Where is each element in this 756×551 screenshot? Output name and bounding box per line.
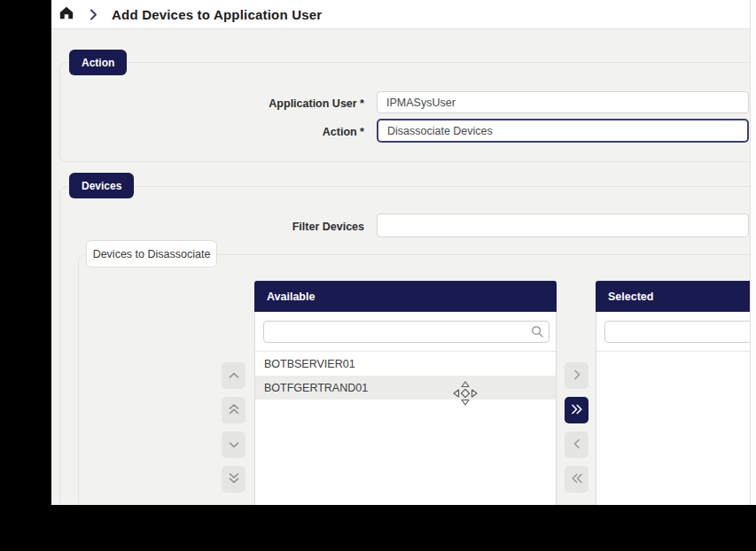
available-search [263, 321, 549, 343]
move-left-button[interactable] [565, 431, 588, 458]
selected-panel [596, 312, 756, 505]
filter-devices-input[interactable] [377, 213, 749, 237]
action-input[interactable] [377, 119, 749, 143]
action-section-badge: Action [69, 50, 127, 75]
breadcrumb: Add Devices to Application User [51, 0, 756, 29]
chevron-down-icon [228, 438, 240, 452]
chevron-left-icon [573, 438, 581, 453]
move-all-right-button[interactable] [565, 397, 588, 423]
application-user-input[interactable] [377, 91, 749, 113]
filter-devices-label: Filter Devices [59, 221, 364, 233]
double-chevron-up-icon [228, 403, 240, 418]
page-title: Add Devices to Application User [105, 7, 322, 22]
devices-section-badge: Devices [69, 173, 134, 198]
available-list: BOTBSERVIER01 BOTFGERTRAND01 [255, 351, 556, 505]
action-label: Action * [59, 126, 364, 138]
chevron-up-icon [228, 369, 240, 383]
double-chevron-down-icon [228, 472, 240, 487]
magnifier-icon [526, 325, 549, 338]
selected-list [596, 351, 756, 505]
available-panel-header: Available [254, 281, 557, 312]
move-all-left-button[interactable] [565, 466, 588, 493]
chevron-right-icon [573, 369, 581, 384]
move-cursor-icon [450, 378, 480, 412]
selected-search-input[interactable] [605, 322, 756, 342]
double-chevron-left-icon [571, 472, 583, 487]
move-bottom-button[interactable] [222, 466, 246, 493]
move-top-button[interactable] [222, 397, 246, 423]
home-button[interactable] [51, 0, 82, 29]
selected-panel-header: Selected [596, 281, 756, 312]
double-chevron-right-icon [571, 403, 583, 418]
application-user-label: Application User * [59, 97, 364, 110]
available-panel: BOTBSERVIER01 BOTFGERTRAND01 [254, 312, 557, 505]
list-item[interactable]: BOTBSERVIER01 [255, 352, 556, 376]
move-down-button[interactable] [222, 431, 246, 458]
list-item[interactable]: BOTFGERTRAND01 [255, 376, 556, 400]
app-window: Add Devices to Application User Action A… [51, 0, 756, 505]
video-letterbox: Add Devices to Application User Action A… [0, 0, 756, 551]
home-icon [58, 5, 74, 24]
selected-search [604, 321, 756, 343]
devices-to-disassociate-label: Devices to Disassociate [86, 240, 217, 268]
page-scrollbar[interactable] [750, 0, 756, 505]
chevron-right-icon [82, 9, 105, 20]
move-up-button[interactable] [222, 362, 246, 389]
move-right-button[interactable] [565, 362, 588, 389]
available-search-input[interactable] [264, 322, 526, 342]
